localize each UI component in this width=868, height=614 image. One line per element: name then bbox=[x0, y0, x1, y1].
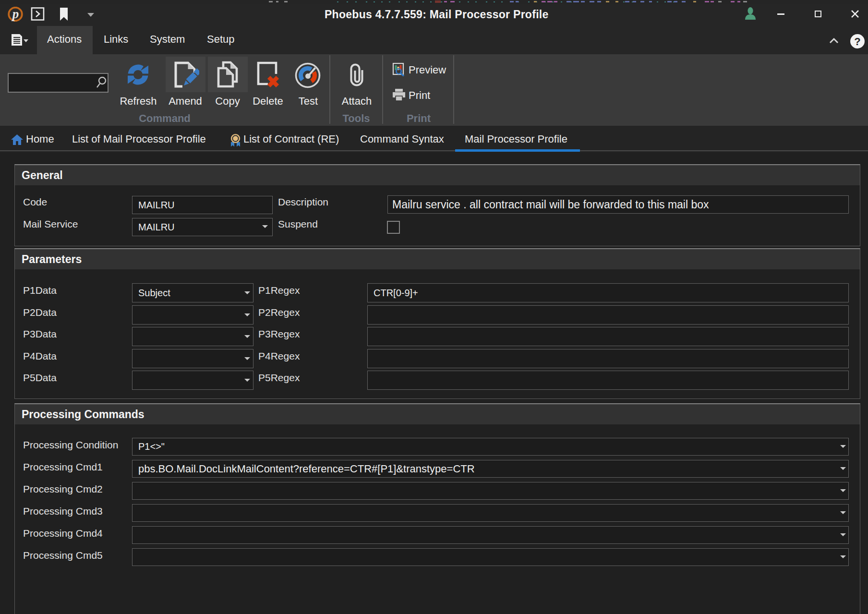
svg-text:?: ? bbox=[854, 36, 860, 48]
svg-text:p: p bbox=[12, 7, 19, 21]
